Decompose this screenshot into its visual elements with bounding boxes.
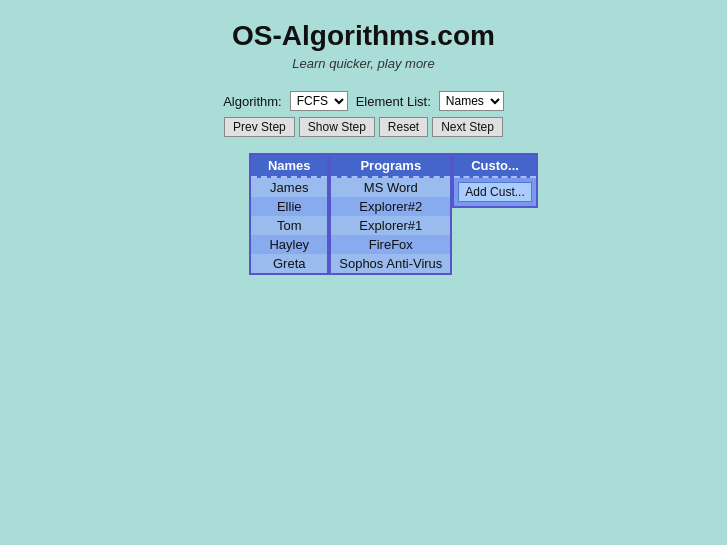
list-item: Sophos Anti-Virus — [331, 254, 450, 273]
site-title: OS-Algorithms.com — [232, 20, 495, 52]
custom-panel-header: Custo... — [454, 155, 535, 178]
list-item: Tom — [251, 216, 327, 235]
buttons-row: Prev Step Show Step Reset Next Step — [224, 117, 503, 137]
list-item: Explorer#1 — [331, 216, 450, 235]
add-custom-button[interactable]: Add Cust... — [458, 182, 531, 202]
algorithm-select[interactable]: FCFS — [290, 91, 348, 111]
site-subtitle: Learn quicker, play more — [292, 56, 434, 71]
next-step-button[interactable]: Next Step — [432, 117, 503, 137]
element-list-label: Element List: — [356, 94, 431, 109]
list-item: Hayley — [251, 235, 327, 254]
list-item: Greta — [251, 254, 327, 273]
show-step-button[interactable]: Show Step — [299, 117, 375, 137]
algorithm-label: Algorithm: — [223, 94, 282, 109]
list-item: Ellie — [251, 197, 327, 216]
programs-panel-header: Programs — [331, 155, 450, 178]
names-panel-header: Names — [251, 155, 327, 178]
element-list-select[interactable]: Names — [439, 91, 504, 111]
reset-button[interactable]: Reset — [379, 117, 428, 137]
custom-panel: Custo... Add Cust... — [452, 153, 537, 208]
list-item: James — [251, 178, 327, 197]
list-item: MS Word — [331, 178, 450, 197]
names-panel: Names James Ellie Tom Hayley Greta — [249, 153, 329, 275]
list-container: Names James Ellie Tom Hayley Greta Progr… — [249, 153, 537, 275]
prev-step-button[interactable]: Prev Step — [224, 117, 295, 137]
controls-row: Algorithm: FCFS Element List: Names — [223, 91, 504, 111]
list-item: FireFox — [331, 235, 450, 254]
list-item: Explorer#2 — [331, 197, 450, 216]
main-container: OS-Algorithms.com Learn quicker, play mo… — [0, 0, 727, 275]
programs-panel: Programs MS Word Explorer#2 Explorer#1 F… — [329, 153, 452, 275]
